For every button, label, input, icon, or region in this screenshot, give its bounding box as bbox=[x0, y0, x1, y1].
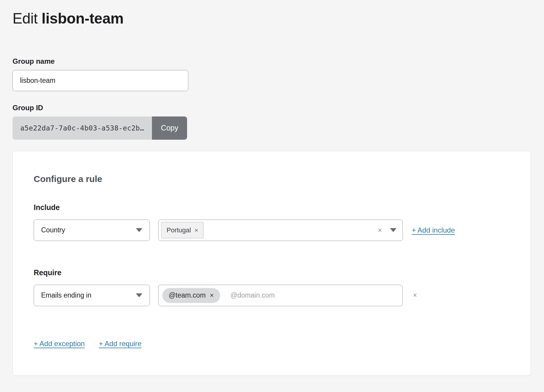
chevron-down-icon bbox=[136, 293, 142, 297]
remove-rule-icon[interactable]: × bbox=[413, 292, 417, 299]
add-require-link[interactable]: + Add require bbox=[99, 340, 141, 348]
add-exception-link[interactable]: + Add exception bbox=[34, 340, 85, 348]
require-selector-dropdown[interactable]: Emails ending in bbox=[34, 285, 150, 306]
rule-card-heading: Configure a rule bbox=[34, 174, 510, 184]
require-selector-value: Emails ending in bbox=[41, 291, 91, 299]
group-id-value: a5e22da7-7a0c-4b03-a538-ec2b… bbox=[13, 116, 152, 140]
include-rule-row: Country Portugal × × + Add include bbox=[34, 220, 510, 241]
require-input-placeholder: @domain.com bbox=[230, 291, 275, 299]
include-chip-label: Portugal bbox=[167, 226, 191, 234]
edit-group-page: Edit lisbon-team Group name Group ID a5e… bbox=[0, 0, 544, 392]
chip-remove-icon[interactable]: ✕ bbox=[209, 292, 214, 299]
chip-remove-icon[interactable]: × bbox=[195, 227, 198, 234]
copy-button[interactable]: Copy bbox=[152, 116, 187, 140]
require-section-label: Require bbox=[34, 268, 510, 277]
group-name-label: Group name bbox=[13, 57, 531, 66]
group-id-widget: a5e22da7-7a0c-4b03-a538-ec2b… Copy bbox=[13, 116, 187, 140]
require-chip-team-com: @team.com ✕ bbox=[162, 288, 220, 303]
include-selector-dropdown[interactable]: Country bbox=[34, 220, 150, 241]
require-chip-label: @team.com bbox=[169, 291, 206, 299]
rule-card: Configure a rule Include Country Portuga… bbox=[13, 151, 531, 376]
include-section-label: Include bbox=[34, 203, 510, 212]
require-rule-row: Emails ending in @team.com ✕ @domain.com… bbox=[34, 285, 510, 306]
page-title-action: Edit bbox=[13, 10, 42, 27]
include-value-box[interactable]: Portugal × × bbox=[158, 220, 403, 241]
group-id-label: Group ID bbox=[13, 104, 531, 112]
rule-footer-links: + Add exception + Add require bbox=[34, 340, 510, 348]
group-name-input[interactable] bbox=[13, 70, 188, 91]
clear-icon[interactable]: × bbox=[378, 227, 382, 234]
include-selector-value: Country bbox=[41, 226, 65, 234]
require-value-box[interactable]: @team.com ✕ @domain.com bbox=[158, 285, 403, 306]
include-box-icons: × bbox=[378, 227, 397, 234]
page-title: Edit lisbon-team bbox=[13, 10, 531, 27]
include-chip-portugal: Portugal × bbox=[161, 222, 203, 238]
add-include-link[interactable]: + Add include bbox=[412, 226, 455, 234]
chevron-down-icon bbox=[136, 228, 142, 232]
chevron-down-icon[interactable] bbox=[390, 228, 397, 232]
page-title-group-name: lisbon-team bbox=[42, 10, 124, 27]
